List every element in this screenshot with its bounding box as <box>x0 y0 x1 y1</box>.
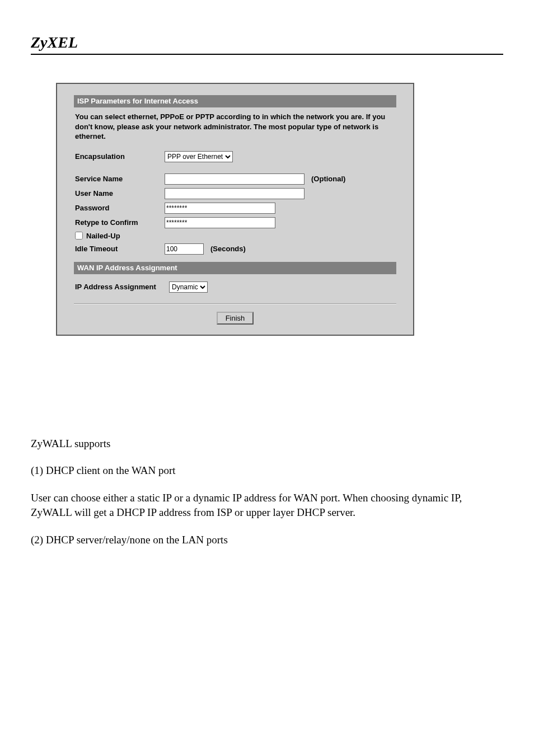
finish-button[interactable]: Finish <box>217 312 254 325</box>
label-nailed-up: Nailed-Up <box>86 232 120 240</box>
list-item-2-title: (2) DHCP server/relay/none on the LAN po… <box>31 533 503 548</box>
row-encapsulation: Encapsulation PPP over Ethernet <box>74 149 396 164</box>
row-password: Password <box>74 201 396 215</box>
ip-assignment-select[interactable]: Dynamic <box>169 281 208 293</box>
section-description: You can select ethernet, PPPoE or PPTP a… <box>74 107 396 149</box>
row-nailed-up: Nailed-Up <box>74 230 396 242</box>
header-divider <box>31 54 503 55</box>
encapsulation-select[interactable]: PPP over Ethernet <box>165 151 233 162</box>
label-user-name: User Name <box>75 189 165 198</box>
list-item-1-title: (1) DHCP client on the WAN port <box>31 463 503 478</box>
seconds-label: (Seconds) <box>210 245 246 253</box>
supports-intro: ZyWALL supports <box>31 436 503 452</box>
document-body: ZyWALL supports (1) DHCP client on the W… <box>31 436 503 548</box>
row-idle-timeout: Idle Timeout (Seconds) <box>74 242 396 256</box>
service-name-input[interactable] <box>165 173 305 185</box>
config-panel: ISP Parameters for Internet Access You c… <box>56 83 414 336</box>
nailed-up-checkbox[interactable] <box>75 232 83 240</box>
label-retype: Retype to Confirm <box>75 218 165 227</box>
label-password: Password <box>75 204 165 212</box>
row-retype: Retype to Confirm <box>74 215 396 230</box>
idle-timeout-input[interactable] <box>165 243 204 255</box>
row-ip-assignment: IP Address Assignment Dynamic <box>74 280 396 294</box>
user-name-input[interactable] <box>165 188 305 199</box>
brand-logo: ZyXEL <box>31 34 503 51</box>
label-idle-timeout: Idle Timeout <box>75 245 165 253</box>
row-service-name: Service Name (Optional) <box>74 172 396 186</box>
row-user-name: User Name <box>74 186 396 201</box>
label-ip-assignment: IP Address Assignment <box>75 283 169 291</box>
section-header-isp: ISP Parameters for Internet Access <box>74 95 396 107</box>
optional-label: (Optional) <box>311 175 345 183</box>
label-service-name: Service Name <box>75 175 165 183</box>
password-input[interactable] <box>165 203 275 214</box>
label-encapsulation: Encapsulation <box>75 152 165 161</box>
list-item-1-body: User can choose either a static IP or a … <box>31 491 503 520</box>
section-header-wan: WAN IP Address Assignment <box>74 262 396 274</box>
retype-input[interactable] <box>165 217 275 228</box>
